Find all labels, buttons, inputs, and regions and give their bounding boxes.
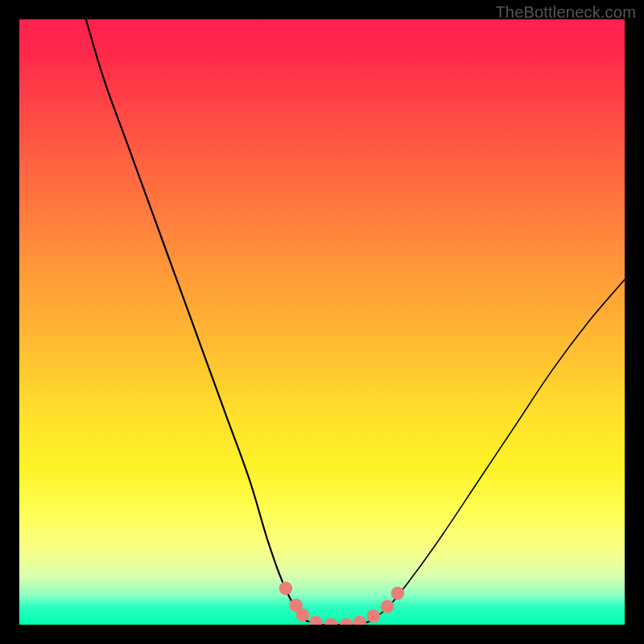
trough-markers bbox=[279, 582, 405, 625]
trough-marker bbox=[279, 582, 293, 596]
curve-left-branch bbox=[86, 19, 307, 621]
trough-marker bbox=[309, 616, 323, 625]
trough-marker bbox=[340, 618, 353, 625]
trough-marker bbox=[353, 616, 366, 625]
watermark-label: TheBottleneck.com bbox=[495, 3, 636, 22]
trough-marker bbox=[324, 618, 338, 625]
trough-marker bbox=[367, 609, 381, 623]
trough-marker bbox=[391, 587, 405, 601]
curve-layer bbox=[19, 19, 625, 625]
trough-marker bbox=[296, 609, 310, 622]
curve-right-branch bbox=[370, 279, 625, 621]
trough-marker bbox=[381, 600, 394, 613]
chart-frame: TheBottleneck.com bbox=[0, 0, 644, 644]
plot-area bbox=[19, 19, 625, 625]
